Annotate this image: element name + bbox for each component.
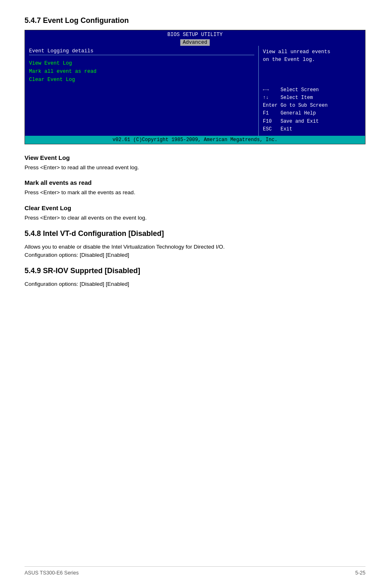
subsection-view-event-log: View Event Log Press <Enter> to read all… bbox=[25, 154, 365, 172]
bios-section-label: Event Logging details bbox=[29, 48, 254, 55]
subsection-clear-event-log: Clear Event Log Press <Enter> to clear a… bbox=[25, 204, 365, 222]
keybind-select-screen: ←→ Select Screen bbox=[263, 86, 361, 94]
subsection-mark-events: Mark all events as read Press <Enter> to… bbox=[25, 179, 365, 197]
subsection-clear-body: Press <Enter> to clear all events on the… bbox=[25, 214, 365, 222]
bios-utility-box: BIOS SETUP UTILITY Advanced Event Loggin… bbox=[25, 30, 365, 144]
bios-footer: v02.61 (C)Copyright 1985-2009, American … bbox=[25, 136, 365, 144]
section-549: 5.4.9 SR-IOV Supprted [Disabled] Configu… bbox=[25, 267, 365, 288]
subsection-clear-title: Clear Event Log bbox=[25, 204, 365, 211]
keybind-select-item: ↑↓ Select Item bbox=[263, 94, 361, 102]
bios-tabs-row: Advanced bbox=[25, 38, 365, 46]
section-547: 5.4.7 Event Log Configuration BIOS SETUP… bbox=[25, 16, 365, 222]
section-547-title: 5.4.7 Event Log Configuration bbox=[25, 16, 365, 25]
section-548: 5.4.8 Intel VT-d Configuration [Disabled… bbox=[25, 229, 365, 260]
section-549-body: Configuration options: [Disabled] [Enabl… bbox=[25, 280, 365, 288]
bios-content-area: Event Logging details View Event Log Mar… bbox=[25, 46, 365, 136]
bios-keybinds: ←→ Select Screen ↑↓ Select Item Enter Go… bbox=[263, 86, 361, 133]
footer-right: 5-25 bbox=[355, 570, 365, 576]
bios-menu-item-mark[interactable]: Mark all event as read bbox=[29, 67, 254, 76]
section-549-title: 5.4.9 SR-IOV Supprted [Disabled] bbox=[25, 267, 365, 275]
section-548-title: 5.4.8 Intel VT-d Configuration [Disabled… bbox=[25, 229, 365, 238]
keybind-enter: Enter Go to Sub Screen bbox=[263, 102, 361, 110]
bios-left-panel: Event Logging details View Event Log Mar… bbox=[25, 46, 259, 136]
keybind-esc: ESC Exit bbox=[263, 126, 361, 133]
subsection-view-title: View Event Log bbox=[25, 154, 365, 161]
page-footer: ASUS TS300-E6 Series 5-25 bbox=[25, 566, 365, 576]
bios-menu-item-clear[interactable]: Clear Event Log bbox=[29, 76, 254, 84]
bios-hint-text: View all unread eventson the Event log. bbox=[263, 48, 361, 64]
bios-right-panel: View all unread eventson the Event log. … bbox=[259, 46, 365, 136]
bios-menu-item-view[interactable]: View Event Log bbox=[29, 59, 254, 67]
footer-left: ASUS TS300-E6 Series bbox=[25, 570, 78, 576]
keybind-f10: F10 Save and Exit bbox=[263, 118, 361, 126]
subsection-mark-title: Mark all events as read bbox=[25, 179, 365, 186]
section-548-body: Allows you to enable or disable the Inte… bbox=[25, 243, 365, 260]
subsection-mark-body: Press <Enter> to mark all the events as … bbox=[25, 189, 365, 197]
bios-header: BIOS SETUP UTILITY bbox=[25, 30, 365, 38]
keybind-f1: F1 General Help bbox=[263, 110, 361, 117]
subsection-view-body: Press <Enter> to read all the unread eve… bbox=[25, 164, 365, 172]
bios-utility-title: BIOS SETUP UTILITY bbox=[167, 32, 222, 38]
bios-tab-advanced[interactable]: Advanced bbox=[180, 39, 210, 46]
